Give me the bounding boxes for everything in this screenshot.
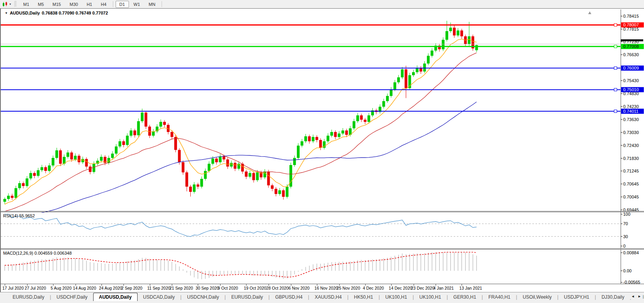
date-tick-label: 24 Aug 2020 <box>99 286 122 290</box>
candle-body <box>445 31 448 40</box>
price-axis[interactable] <box>621 9 644 284</box>
toolbar-grip[interactable] <box>14 1 17 7</box>
candle-body <box>145 112 147 127</box>
chart-tab-usdchf-daily[interactable]: USDCHF,Daily <box>51 293 93 301</box>
chart-tab-usdcad-daily[interactable]: USDCAD,Daily <box>138 293 180 301</box>
chart-tab-usdcnh-daily[interactable]: USDCNH,Daily <box>182 293 224 301</box>
timeframe-button-h1[interactable]: H1 <box>83 1 96 8</box>
timeframe-button-m1[interactable]: M1 <box>19 1 33 8</box>
date-tick-label: 4 Jan 2021 <box>433 286 454 290</box>
candle-body <box>412 72 415 75</box>
chart-tab-ger30-h1[interactable]: GER30,H1 <box>448 293 482 301</box>
candle-body <box>360 116 363 120</box>
chart-tab-fra40-h1[interactable]: FRA40,H1 <box>483 293 516 301</box>
chart-title-dropdown-icon[interactable]: ▼ <box>5 11 8 15</box>
tab-scroll-right-icon[interactable]: ► <box>638 294 641 298</box>
timeframe-button-m15[interactable]: M15 <box>49 1 65 8</box>
candle-body <box>405 69 407 88</box>
candle-body <box>468 36 471 44</box>
candle-body <box>338 134 340 137</box>
chart-tab-uk100-h1[interactable]: UK100,H1 <box>414 293 447 301</box>
bottom-strip <box>0 301 644 303</box>
line-anchor[interactable] <box>614 110 617 113</box>
date-tick-label: 11 Sep 2020 <box>147 286 171 290</box>
chart-tab-usoil-weekly[interactable]: USOil,Weekly <box>517 293 557 301</box>
date-tick-label: 16 Nov 2020 <box>315 286 338 290</box>
candle-body <box>204 171 207 179</box>
main-chart-canvas[interactable]: 0.784150.778150.772300.766300.754300.748… <box>1 9 644 213</box>
top-toolbar: ▾ M1M5M15M30H1H4D1W1MN <box>0 0 644 9</box>
candle-body <box>122 141 125 145</box>
candle-body <box>29 173 32 178</box>
candle-body <box>274 189 277 194</box>
candle-body <box>159 122 162 127</box>
candle-body <box>293 158 296 165</box>
candle-body <box>70 152 73 160</box>
toolbar-separator <box>162 1 162 7</box>
chart-tab-eurusd-daily[interactable]: EURUSD,Daily <box>7 293 50 301</box>
candle-body <box>345 130 348 135</box>
chart-tab-hk50-h1[interactable]: HK50,H1 <box>348 293 379 301</box>
chart-tab-gbpusd-h4[interactable]: GBPUSD,H4 <box>270 293 308 301</box>
tab-scroll-left-icon[interactable]: ◄ <box>631 294 635 298</box>
candle-body <box>33 173 36 176</box>
chart-tab-xauusd-h4[interactable]: XAUUSD,H4 <box>309 293 347 301</box>
line-anchor[interactable] <box>614 24 617 26</box>
date-tick-label: 30 Sep 2020 <box>195 286 219 290</box>
timeframe-button-w1[interactable]: W1 <box>130 1 144 8</box>
candle-body <box>22 183 25 186</box>
candle-body <box>4 199 6 202</box>
line-anchor[interactable] <box>614 88 617 91</box>
candle-body <box>248 173 251 176</box>
candle-body <box>334 132 337 137</box>
candle-body <box>130 130 132 136</box>
date-axis[interactable]: 17 Jul 202027 Jul 20205 Aug 202014 Aug 2… <box>1 284 644 292</box>
candle-body <box>297 145 300 158</box>
macd-label: MACD(12,26,9) 0.004559 0.006348 <box>3 251 72 255</box>
candle-body <box>111 154 114 158</box>
tab-scroll-arrows: ◄ ► <box>629 294 643 299</box>
line-anchor[interactable] <box>614 67 617 70</box>
chart-tab-audusd-daily[interactable]: AUDUSD,Daily <box>93 293 138 301</box>
date-tick-label: 25 Nov 2020 <box>337 286 361 290</box>
chart-type-dropdown-icon[interactable]: ▾ <box>9 2 11 6</box>
chart-type-icon[interactable] <box>1 1 9 7</box>
candle-body <box>193 184 195 192</box>
timeframe-button-m5[interactable]: M5 <box>34 1 48 8</box>
macd-canvas[interactable]: 0.008840.00-0.00565 <box>1 250 644 284</box>
timeframe-button-mn[interactable]: MN <box>145 1 159 8</box>
candle-body <box>55 151 58 158</box>
candle-body <box>449 28 452 31</box>
candle-body <box>341 130 344 134</box>
candle-body <box>126 136 129 145</box>
rsi-canvas[interactable]: 10070300 <box>1 213 644 249</box>
chart-tab-bar: EURUSD,Daily|USDCHF,DailyAUDUSD,DailyUSD… <box>0 292 644 301</box>
timeframe-button-m30[interactable]: M30 <box>66 1 82 8</box>
timeframe-button-h4[interactable]: H4 <box>97 1 110 8</box>
chart-tab-eurusd-daily[interactable]: EURUSD,Daily <box>226 293 269 301</box>
candle-body <box>475 45 478 50</box>
candle-body <box>427 56 430 64</box>
chart-tab-dj30-daily[interactable]: DJ30,Daily <box>596 293 630 301</box>
chart-tab-usdjpy-h1[interactable]: USDJPY,H1 <box>558 293 594 301</box>
candle-body <box>40 167 43 170</box>
candle-body <box>330 132 333 136</box>
candle-body <box>286 187 289 197</box>
timeframe-button-d1[interactable]: D1 <box>116 1 129 8</box>
candle-body <box>137 121 140 135</box>
candle-body <box>356 116 359 121</box>
rsi-label: RSI(14) 55.9652 <box>3 213 35 218</box>
candle-body <box>453 28 456 35</box>
panel-separator[interactable] <box>1 211 644 211</box>
line-anchor[interactable] <box>614 45 617 48</box>
candle-body <box>200 179 203 187</box>
panel-separator[interactable] <box>1 248 644 249</box>
candle-body <box>327 136 329 141</box>
candle-body <box>148 127 151 136</box>
chart-tab-uk100-h1[interactable]: UK100,H1 <box>380 293 412 301</box>
chart-shift-marker[interactable] <box>588 11 591 14</box>
candle-body <box>163 122 166 125</box>
candle-body <box>100 157 103 161</box>
candle-body <box>382 101 385 107</box>
date-tick-label: 9 Oct 2020 <box>218 286 238 290</box>
